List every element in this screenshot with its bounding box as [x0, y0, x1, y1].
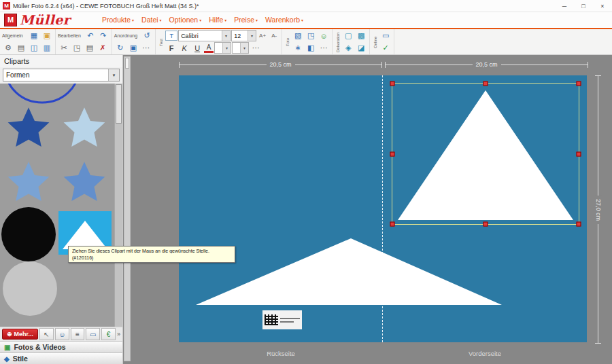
bold-icon[interactable]: F — [165, 43, 177, 54]
circle-clipart-gray[interactable] — [3, 261, 57, 316]
page-spread[interactable] — [179, 75, 587, 342]
font-family-select[interactable]: Calibri ▾ — [178, 30, 231, 41]
selection-handle-sw[interactable] — [390, 222, 395, 227]
maximize-button[interactable]: □ — [574, 0, 593, 12]
window-title: Müller Foto 6.2.4 (x64) - CEWE FOTOBUCH … — [13, 3, 199, 10]
chevron-down-icon[interactable]: ▾ — [108, 69, 119, 81]
brand-logo: M Müller — [4, 13, 70, 26]
more-arrange-options-icon[interactable]: ⋯ — [140, 43, 152, 54]
barcode-text — [280, 318, 300, 323]
cut-icon[interactable]: ✂ — [58, 43, 70, 54]
cliparts-header: Cliparts — [0, 55, 122, 67]
clipart-tooltip: Ziehen Sie dieses Clipart mit der Maus a… — [68, 246, 235, 263]
euro-tool-icon[interactable]: € — [101, 328, 116, 340]
toolbar-group-label: Dekoration — [335, 31, 341, 54]
print-icon[interactable]: ▤ — [15, 43, 27, 54]
panel-fotos-videos[interactable]: ▣ Fotos & Videos — [0, 341, 122, 352]
menu-preise[interactable]: Preise▾ — [234, 16, 258, 24]
text-align-select[interactable]: ▾ — [214, 42, 231, 54]
scrollbar-thumb[interactable] — [116, 84, 122, 124]
pointer-tool-icon[interactable]: ↖ — [39, 328, 54, 340]
frame-decoration-icon[interactable]: ◪ — [355, 43, 367, 54]
window-controls: ─ □ × — [555, 0, 612, 12]
copy-icon[interactable]: ◳ — [71, 43, 83, 54]
menu-label: Datei — [141, 16, 158, 24]
canvas-scrollbar[interactable] — [124, 56, 131, 361]
cliparts-scrollbar[interactable] — [114, 84, 122, 327]
selection-handle-se[interactable] — [577, 222, 581, 227]
online-check-icon[interactable]: ✓ — [379, 43, 392, 54]
paste-icon[interactable]: ▤ — [84, 43, 96, 54]
menu-optionen[interactable]: Optionen▾ — [169, 16, 202, 24]
front-page-label: Vorderseite — [469, 350, 501, 357]
chevron-down-icon: ▾ — [301, 18, 303, 24]
selection-handle-ne[interactable] — [577, 81, 581, 86]
redo-icon[interactable]: ↷ — [97, 31, 109, 41]
menu-produkte[interactable]: Produkte▾ — [102, 16, 134, 24]
selection-handle-w[interactable] — [390, 151, 395, 156]
save-icon[interactable]: ◫ — [28, 43, 40, 54]
menu-hilfe[interactable]: Hilfe▾ — [209, 16, 226, 24]
circle-clipart-black[interactable] — [1, 207, 56, 261]
minimize-button[interactable]: ─ — [555, 0, 574, 12]
selection-handle-n[interactable] — [483, 81, 488, 86]
monitor-tool-icon[interactable]: ▭ — [86, 328, 100, 340]
crop-photo-icon[interactable]: ◳ — [305, 31, 317, 41]
more-photo-options-icon[interactable]: ⋯ — [318, 43, 330, 54]
cliparts-grid — [0, 84, 122, 327]
page-layout-icon[interactable]: ▥ — [41, 43, 53, 54]
text-spacing-select[interactable]: ▾ — [232, 42, 249, 54]
fold-line — [382, 75, 383, 342]
font-family-value: Calibri — [181, 33, 199, 39]
increase-font-icon[interactable]: A+ — [257, 31, 268, 41]
settings-icon[interactable]: ⚙ — [2, 43, 14, 54]
smiley-tool-icon[interactable]: ☺ — [55, 328, 69, 340]
triangle-back-page[interactable] — [196, 237, 502, 305]
fill-photo-icon[interactable]: ◧ — [305, 43, 317, 54]
decrease-font-icon[interactable]: A- — [269, 31, 279, 41]
main-area: Cliparts Formen ▾ — [0, 55, 612, 364]
font-size-select[interactable]: 12 ▾ — [231, 30, 256, 41]
panel-stile[interactable]: ◆ Stile — [0, 352, 122, 364]
mehr-button[interactable]: ⊕ Mehr... — [2, 329, 38, 340]
text-frame-icon[interactable]: T — [165, 31, 177, 41]
border-decoration-icon[interactable]: ▢ — [342, 31, 354, 41]
star-clipart-medium-blue[interactable] — [1, 156, 56, 207]
chevron-down-icon: ▾ — [224, 18, 226, 24]
star-clipart-pale-blue[interactable] — [57, 101, 112, 153]
smiley-photo-icon[interactable]: ☺ — [318, 31, 330, 41]
scrollbar-thumb[interactable] — [125, 58, 129, 69]
close-button[interactable]: × — [593, 0, 612, 12]
chevron-down-icon: ▾ — [160, 18, 162, 24]
delete-icon[interactable]: ✗ — [97, 43, 109, 54]
enhance-photo-icon[interactable]: ∗ — [292, 43, 304, 54]
triangle-clipart-placed[interactable] — [392, 84, 579, 224]
photo-frame-icon[interactable]: ▧ — [292, 31, 304, 41]
open-project-icon[interactable]: ▣ — [41, 31, 53, 41]
selection-handle-s[interactable] — [483, 222, 488, 227]
background-decoration-icon[interactable]: ▩ — [355, 31, 367, 41]
star-clipart-blue[interactable] — [57, 156, 112, 207]
selection-handle-e[interactable] — [577, 151, 581, 156]
star-clipart-dark-blue[interactable] — [1, 101, 56, 153]
undo-icon[interactable]: ↶ — [84, 31, 97, 41]
chevron-down-icon: ▾ — [199, 18, 201, 24]
group-objects-icon[interactable]: ▣ — [127, 43, 139, 54]
new-page-icon[interactable]: ▦ — [28, 31, 40, 41]
list-tool-icon[interactable]: ≡ — [71, 328, 85, 340]
online-preview-icon[interactable]: ▭ — [379, 31, 392, 41]
italic-icon[interactable]: K — [178, 43, 190, 54]
rotate-left-icon[interactable]: ↺ — [141, 31, 153, 41]
more-text-options-icon[interactable]: ⋯ — [250, 43, 262, 54]
selection-frame[interactable] — [392, 83, 579, 225]
font-color-icon[interactable]: A — [204, 43, 214, 53]
toolbar-group-text: Text T Calibri ▾ 12 ▾ A+ A- F — [156, 29, 282, 54]
rotate-right-icon[interactable]: ↻ — [114, 43, 126, 54]
selection-handle-nw[interactable] — [390, 81, 395, 86]
underline-icon[interactable]: U — [191, 43, 203, 54]
menu-datei[interactable]: Datei▾ — [141, 16, 162, 24]
more-tools-icon[interactable]: » — [117, 331, 120, 338]
menu-warenkorb[interactable]: Warenkorb▾ — [265, 16, 303, 24]
cliparts-category-select[interactable]: Formen ▾ — [3, 69, 120, 81]
mask-decoration-icon[interactable]: ◈ — [342, 43, 354, 54]
